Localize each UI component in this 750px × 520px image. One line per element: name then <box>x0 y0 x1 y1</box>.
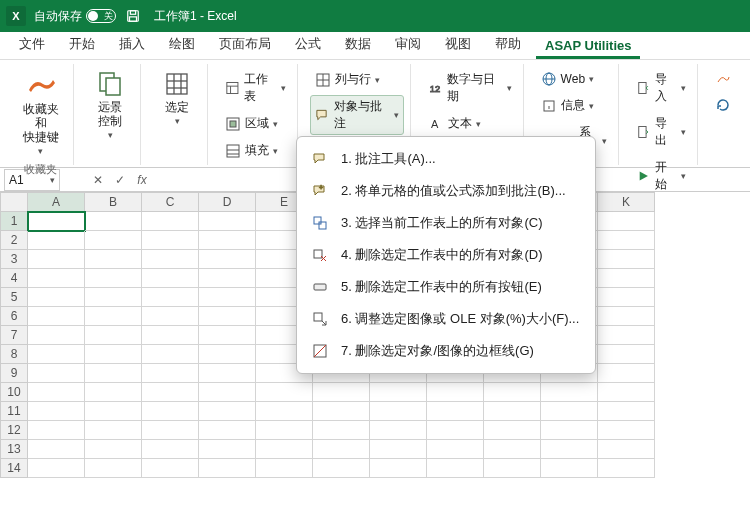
cell[interactable] <box>598 345 655 364</box>
export-button[interactable]: 导出▾ <box>631 112 691 152</box>
row-header[interactable]: 10 <box>0 383 28 402</box>
cell[interactable] <box>142 269 199 288</box>
cell[interactable] <box>85 345 142 364</box>
col-header[interactable]: D <box>199 192 256 212</box>
cell[interactable] <box>199 421 256 440</box>
cell[interactable] <box>541 440 598 459</box>
menu-item-select-objects[interactable]: 3. 选择当前工作表上的所有对象(C) <box>297 207 595 239</box>
cell[interactable] <box>199 459 256 478</box>
row-header[interactable]: 4 <box>0 269 28 288</box>
cell[interactable] <box>142 250 199 269</box>
cell[interactable] <box>85 307 142 326</box>
cell[interactable] <box>484 459 541 478</box>
cell[interactable] <box>598 212 655 231</box>
cell[interactable] <box>28 440 85 459</box>
col-header[interactable]: B <box>85 192 142 212</box>
cell[interactable] <box>598 231 655 250</box>
cell[interactable] <box>484 383 541 402</box>
cell[interactable] <box>256 421 313 440</box>
cell[interactable] <box>313 383 370 402</box>
cell[interactable] <box>142 459 199 478</box>
cell[interactable] <box>85 364 142 383</box>
row-header[interactable]: 14 <box>0 459 28 478</box>
cell[interactable] <box>370 459 427 478</box>
cell[interactable] <box>85 231 142 250</box>
import-button[interactable]: 导入▾ <box>631 68 691 108</box>
cell[interactable] <box>313 459 370 478</box>
cell[interactable] <box>142 383 199 402</box>
confirm-formula-icon[interactable]: ✓ <box>112 173 128 187</box>
cell[interactable] <box>28 269 85 288</box>
cell[interactable] <box>199 402 256 421</box>
cell[interactable] <box>28 231 85 250</box>
tab-view[interactable]: 视图 <box>436 30 480 59</box>
cell[interactable] <box>199 326 256 345</box>
cell[interactable] <box>199 250 256 269</box>
cell[interactable] <box>85 250 142 269</box>
cell[interactable] <box>142 307 199 326</box>
menu-item-delete-buttons[interactable]: 5. 删除选定工作表中的所有按钮(E) <box>297 271 595 303</box>
cell[interactable] <box>28 364 85 383</box>
cell[interactable] <box>85 288 142 307</box>
col-header[interactable]: A <box>28 192 85 212</box>
cell[interactable] <box>142 231 199 250</box>
cell[interactable] <box>313 440 370 459</box>
cell[interactable] <box>370 383 427 402</box>
cell[interactable] <box>28 288 85 307</box>
row-header[interactable]: 3 <box>0 250 28 269</box>
cancel-formula-icon[interactable]: ✕ <box>90 173 106 187</box>
cell[interactable] <box>598 459 655 478</box>
cell[interactable] <box>28 402 85 421</box>
more-top-icon[interactable] <box>710 68 736 90</box>
fill-button[interactable]: 填充▾ <box>220 139 291 162</box>
cell[interactable] <box>427 402 484 421</box>
fx-icon[interactable]: fx <box>134 173 150 187</box>
row-header[interactable]: 5 <box>0 288 28 307</box>
cell[interactable] <box>199 231 256 250</box>
menu-item-resize-objects[interactable]: 6. 调整选定图像或 OLE 对象(%)大小(F)... <box>297 303 595 335</box>
cell[interactable] <box>427 440 484 459</box>
cell[interactable] <box>598 307 655 326</box>
cell[interactable] <box>484 440 541 459</box>
row-header[interactable]: 12 <box>0 421 28 440</box>
tab-formulas[interactable]: 公式 <box>286 30 330 59</box>
autosave-toggle[interactable]: 自动保存 关 <box>34 8 116 25</box>
numbers-dates-button[interactable]: 12数字与日期▾ <box>423 68 517 108</box>
cell[interactable] <box>142 212 199 231</box>
tab-draw[interactable]: 绘图 <box>160 30 204 59</box>
tab-insert[interactable]: 插入 <box>110 30 154 59</box>
cell[interactable] <box>28 212 85 231</box>
cell[interactable] <box>598 250 655 269</box>
cell[interactable] <box>541 421 598 440</box>
cell[interactable] <box>142 364 199 383</box>
cell[interactable] <box>598 421 655 440</box>
cell[interactable] <box>256 440 313 459</box>
cell[interactable] <box>85 383 142 402</box>
tab-file[interactable]: 文件 <box>10 30 54 59</box>
cell[interactable] <box>85 212 142 231</box>
cell[interactable] <box>142 326 199 345</box>
cell[interactable] <box>370 440 427 459</box>
cell[interactable] <box>142 421 199 440</box>
cell[interactable] <box>541 459 598 478</box>
menu-item-remove-border[interactable]: 7. 删除选定对象/图像的边框线(G) <box>297 335 595 367</box>
cell[interactable] <box>598 364 655 383</box>
cell[interactable] <box>142 402 199 421</box>
favorites-button[interactable]: 收藏夹和 快捷键 ▾ <box>14 66 67 160</box>
select-all-corner[interactable] <box>0 192 28 212</box>
cell[interactable] <box>484 421 541 440</box>
info-button[interactable]: 信息▾ <box>536 94 613 117</box>
web-button[interactable]: Web▾ <box>536 68 613 90</box>
cell[interactable] <box>427 421 484 440</box>
save-icon[interactable] <box>124 7 142 25</box>
tab-layout[interactable]: 页面布局 <box>210 30 280 59</box>
tab-home[interactable]: 开始 <box>60 30 104 59</box>
tab-review[interactable]: 审阅 <box>386 30 430 59</box>
row-header[interactable]: 9 <box>0 364 28 383</box>
text-button[interactable]: A文本▾ <box>423 112 517 135</box>
cell[interactable] <box>541 383 598 402</box>
cell[interactable] <box>199 383 256 402</box>
row-header[interactable]: 2 <box>0 231 28 250</box>
cell[interactable] <box>313 421 370 440</box>
cell[interactable] <box>142 345 199 364</box>
